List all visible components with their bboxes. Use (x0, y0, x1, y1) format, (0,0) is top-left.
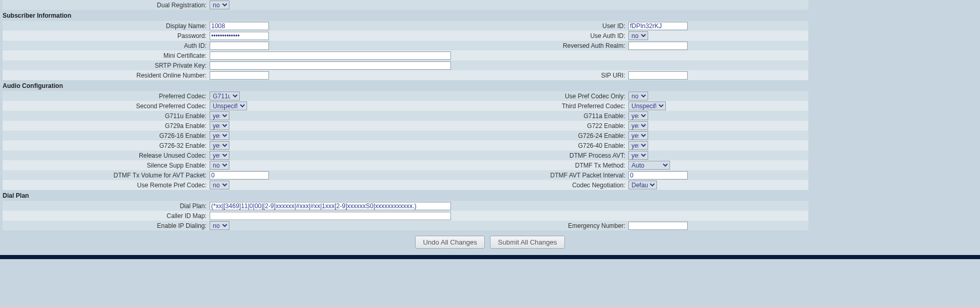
g711a-enable-label: G711a Enable: (454, 112, 628, 120)
second-preferred-codec-label: Second Preferred Codec: (3, 103, 210, 110)
silence-supp-enable-label: Silence Supp Enable: (3, 162, 210, 169)
user-id-label: User ID: (454, 22, 628, 30)
sip-uri-label: SIP URI: (454, 72, 628, 79)
g726-40-enable-select[interactable]: yes (628, 141, 648, 150)
dual-registration-label: Dual Registration: (3, 2, 210, 9)
dial-plan-input[interactable] (210, 202, 451, 210)
auth-id-input[interactable] (210, 42, 269, 50)
g726-40-enable-label: G726-40 Enable: (454, 142, 628, 149)
srtp-private-key-label: SRTP Private Key: (3, 62, 210, 69)
g711a-enable-select[interactable]: yes (628, 111, 648, 120)
sip-uri-input[interactable] (628, 71, 688, 80)
third-preferred-codec-label: Third Preferred Codec: (454, 103, 628, 110)
g711u-enable-select[interactable]: yes (210, 111, 229, 120)
preferred-codec-select[interactable]: G711u (210, 92, 240, 100)
subscriber-information-title: Subscriber Information (3, 10, 808, 21)
use-auth-id-label: Use Auth ID: (454, 32, 628, 40)
use-pref-codec-only-label: Use Pref Codec Only: (454, 93, 628, 100)
reversed-auth-realm-label: Reversed Auth Realm: (454, 42, 628, 49)
dtmf-process-avt-select[interactable]: yes (628, 151, 648, 160)
g726-32-enable-label: G726-32 Enable: (3, 142, 210, 149)
g711u-enable-label: G711u Enable: (3, 112, 210, 120)
dial-plan-label: Dial Plan: (3, 202, 210, 210)
use-pref-codec-only-select[interactable]: no (628, 92, 648, 100)
g722-enable-label: G722 Enable: (454, 122, 628, 130)
resident-online-number-input[interactable] (210, 71, 269, 80)
reversed-auth-realm-input[interactable] (628, 42, 688, 50)
submit-all-changes-button[interactable]: Submit All Changes (490, 236, 564, 249)
auth-id-label: Auth ID: (3, 42, 210, 49)
password-label: Password: (3, 32, 210, 40)
audio-configuration-title: Audio Configuration (3, 80, 808, 91)
caller-id-map-input[interactable] (210, 212, 451, 220)
resident-online-number-label: Resident Online Number: (3, 72, 210, 79)
use-auth-id-select[interactable]: no (628, 31, 648, 40)
use-remote-pref-codec-select[interactable]: no (210, 181, 229, 189)
second-preferred-codec-select[interactable]: Unspecified (210, 101, 247, 110)
password-input[interactable] (210, 32, 269, 40)
g726-24-enable-label: G726-24 Enable: (454, 132, 628, 139)
preferred-codec-label: Preferred Codec: (3, 93, 210, 100)
display-name-label: Display Name: (3, 22, 210, 30)
user-id-input[interactable] (628, 22, 688, 30)
enable-ip-dialing-select[interactable]: no (210, 221, 229, 230)
undo-all-changes-button[interactable]: Undo All Changes (415, 236, 485, 249)
mini-certificate-label: Mini Certificate: (3, 52, 210, 59)
g726-32-enable-select[interactable]: yes (210, 141, 229, 150)
dual-registration-select[interactable]: no (210, 1, 229, 9)
codec-negotiation-label: Codec Negotiation: (454, 182, 628, 189)
mini-certificate-input[interactable] (210, 52, 451, 60)
dtmf-tx-volume-label: DTMF Tx Volume for AVT Packet: (3, 172, 210, 179)
g726-16-enable-label: G726-16 Enable: (3, 132, 210, 139)
g722-enable-select[interactable]: yes (628, 121, 648, 130)
dial-plan-title: Dial Plan (3, 190, 808, 201)
release-unused-codec-select[interactable]: yes (210, 151, 229, 160)
enable-ip-dialing-label: Enable IP Dialing: (3, 222, 210, 229)
g726-24-enable-select[interactable]: yes (628, 131, 648, 140)
dtmf-avt-interval-label: DTMF AVT Packet Interval: (454, 172, 628, 179)
third-preferred-codec-select[interactable]: Unspecified (628, 101, 666, 110)
g729a-enable-select[interactable]: yes (210, 121, 229, 130)
dtmf-tx-method-label: DTMF Tx Method: (454, 162, 628, 169)
display-name-input[interactable] (210, 22, 269, 30)
dtmf-tx-volume-input[interactable] (210, 171, 269, 180)
caller-id-map-label: Caller ID Map: (3, 212, 210, 220)
dtmf-tx-method-select[interactable]: Auto (628, 161, 670, 170)
emergency-number-input[interactable] (628, 222, 688, 230)
g726-16-enable-select[interactable]: yes (210, 131, 229, 140)
codec-negotiation-select[interactable]: Default (628, 181, 657, 189)
emergency-number-label: Emergency Number: (454, 222, 628, 229)
silence-supp-enable-select[interactable]: no (210, 161, 229, 170)
release-unused-codec-label: Release Unused Codec: (3, 152, 210, 159)
g729a-enable-label: G729a Enable: (3, 122, 210, 130)
dtmf-avt-interval-input[interactable] (628, 171, 688, 180)
srtp-private-key-input[interactable] (210, 61, 451, 70)
use-remote-pref-codec-label: Use Remote Pref Codec: (3, 182, 210, 189)
dtmf-process-avt-label: DTMF Process AVT: (454, 152, 628, 159)
footer-bar (0, 255, 980, 259)
